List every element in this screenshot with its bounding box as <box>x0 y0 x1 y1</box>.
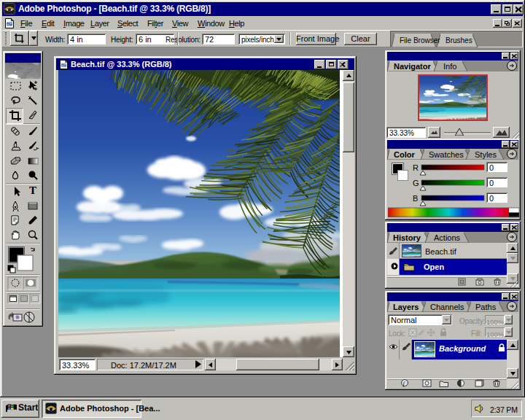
svg-text:Navigator: Navigator <box>394 62 431 71</box>
svg-text:T: T <box>29 184 36 196</box>
svg-text:Paths: Paths <box>475 303 497 311</box>
svg-text:Layers: Layers <box>393 303 419 311</box>
svg-text:Brushes: Brushes <box>446 36 472 44</box>
svg-text:Actions: Actions <box>434 233 461 242</box>
svg-text:R: R <box>413 163 419 172</box>
svg-text:File Browser: File Browser <box>400 36 440 44</box>
svg-text:Channels: Channels <box>430 303 464 311</box>
svg-text:B: B <box>413 194 418 203</box>
svg-text:Swatches: Swatches <box>429 150 464 159</box>
svg-text:Styles: Styles <box>475 150 497 159</box>
svg-text:History: History <box>393 233 421 242</box>
svg-text:Info: Info <box>443 62 456 71</box>
svg-text:Color: Color <box>394 150 415 159</box>
svg-text:G: G <box>413 179 419 187</box>
